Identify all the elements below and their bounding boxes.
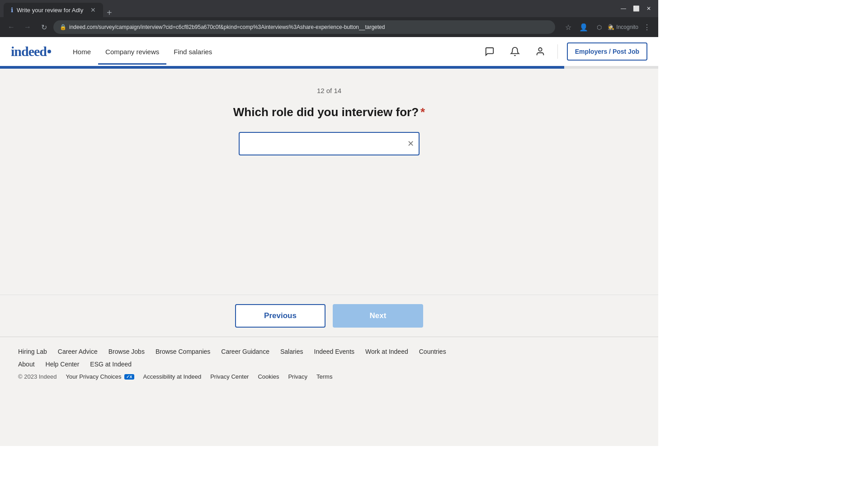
profile-icon[interactable]: 👤 [577, 20, 590, 34]
notifications-icon[interactable] [507, 43, 523, 60]
question-title: Which role did you interview for?* [233, 105, 425, 119]
footer-link-browse-companies[interactable]: Browse Companies [156, 348, 210, 355]
footer-copyright: © 2023 Indeed [18, 373, 57, 380]
footer-link-indeed-events[interactable]: Indeed Events [314, 348, 355, 355]
footer-terms[interactable]: Terms [316, 373, 332, 380]
minimize-button[interactable]: — [618, 3, 629, 14]
maximize-button[interactable]: ⬜ [630, 3, 642, 14]
logo-dot [47, 50, 51, 53]
footer-link-browse-jobs[interactable]: Browse Jobs [108, 348, 145, 355]
account-icon[interactable] [532, 43, 548, 60]
footer-link-career-guidance[interactable]: Career Guidance [221, 348, 269, 355]
bookmark-icon[interactable]: ☆ [561, 20, 575, 34]
messages-icon[interactable] [481, 43, 498, 60]
footer-link-help-center[interactable]: Help Center [46, 361, 80, 368]
footer-link-hiring-lab[interactable]: Hiring Lab [18, 348, 47, 355]
nav-buttons: Previous Next [0, 295, 658, 337]
site-header: indeed Home Company reviews Find salarie… [0, 37, 658, 66]
nav-home[interactable]: Home [66, 39, 98, 65]
tab-close-icon[interactable]: ✕ [90, 6, 96, 14]
footer-privacy-center[interactable]: Privacy Center [210, 373, 249, 380]
address-bar[interactable]: 🔒 indeed.com/survey/campaign/interview?c… [53, 20, 555, 34]
back-button[interactable]: ← [5, 20, 18, 34]
footer-link-esg[interactable]: ESG at Indeed [90, 361, 132, 368]
role-input-wrapper: ✕ [239, 132, 420, 155]
forward-button[interactable]: → [21, 20, 34, 34]
tab-title: Write your review for Adly [17, 7, 83, 14]
indeed-logo[interactable]: indeed [11, 44, 51, 59]
browser-chrome: ℹ Write your review for Adly ✕ + — ⬜ ✕ ←… [0, 0, 658, 37]
main-nav: Home Company reviews Find salaries [66, 39, 219, 65]
footer-link-about[interactable]: About [18, 361, 35, 368]
browser-tab[interactable]: ℹ Write your review for Adly ✕ [4, 3, 103, 17]
page-wrapper: 12 of 14 Which role did you interview fo… [0, 69, 658, 446]
header-divider [557, 44, 558, 59]
footer-link-countries[interactable]: Countries [419, 348, 446, 355]
svg-point-0 [538, 48, 542, 51]
clear-input-button[interactable]: ✕ [407, 139, 414, 149]
footer-privacy[interactable]: Privacy [288, 373, 307, 380]
reload-button[interactable]: ↻ [37, 20, 51, 34]
next-button[interactable]: Next [333, 304, 423, 328]
footer-bottom: © 2023 Indeed Your Privacy Choices ✓X Ac… [18, 373, 640, 380]
nav-find-salaries[interactable]: Find salaries [166, 39, 219, 65]
menu-icon[interactable]: ⋮ [640, 20, 654, 34]
logo-text: indeed [11, 44, 47, 59]
incognito-label: 🕵 Incognito [608, 24, 638, 30]
header-right: Employers / Post Job [481, 42, 647, 61]
incognito-icon: 🕵 [608, 24, 614, 30]
site-footer: Hiring Lab Career Advice Browse Jobs Bro… [0, 337, 658, 389]
browser-right-controls: ☆ 👤 ⬡ 🕵 Incognito ⋮ [561, 20, 654, 34]
required-indicator: * [420, 105, 425, 119]
footer-cookies[interactable]: Cookies [258, 373, 279, 380]
employers-post-job-button[interactable]: Employers / Post Job [567, 42, 647, 61]
privacy-choices-icon: ✓X [124, 374, 134, 380]
extensions-icon[interactable]: ⬡ [592, 20, 606, 34]
footer-link-salaries[interactable]: Salaries [280, 348, 303, 355]
step-indicator: 12 of 14 [317, 87, 341, 94]
new-tab-button[interactable]: + [107, 8, 112, 17]
lock-icon: 🔒 [60, 24, 66, 30]
previous-button[interactable]: Previous [235, 304, 326, 328]
footer-link-career-advice[interactable]: Career Advice [58, 348, 98, 355]
nav-company-reviews[interactable]: Company reviews [98, 39, 166, 65]
footer-links-row-1: Hiring Lab Career Advice Browse Jobs Bro… [18, 348, 640, 355]
footer-links-row-2: About Help Center ESG at Indeed [18, 361, 640, 368]
tab-favicon: ℹ [11, 6, 13, 14]
footer-privacy-choices[interactable]: Your Privacy Choices ✓X [66, 373, 134, 380]
close-window-button[interactable]: ✕ [643, 3, 655, 14]
url-text: indeed.com/survey/campaign/interview?cid… [69, 24, 385, 30]
footer-link-work-at-indeed[interactable]: Work at Indeed [365, 348, 408, 355]
main-content: 12 of 14 Which role did you interview fo… [0, 69, 658, 295]
footer-accessibility[interactable]: Accessibility at Indeed [143, 373, 202, 380]
role-input[interactable] [239, 132, 420, 155]
